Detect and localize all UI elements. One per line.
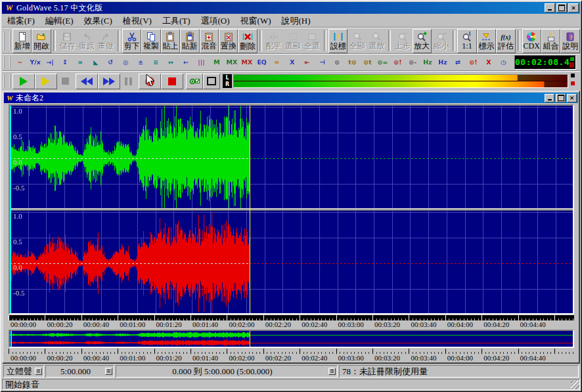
overview-selection-marker: [11, 331, 12, 347]
zoom-1-1-button[interactable]: 11:1: [457, 29, 476, 53]
monitor-button[interactable]: [203, 74, 220, 89]
rewind-button[interactable]: [76, 74, 98, 89]
left-channel-waveform[interactable]: [10, 106, 573, 208]
status-panel-menu-icon[interactable]: [328, 368, 336, 375]
pan-icon[interactable]: ↔: [164, 55, 179, 70]
copy-button[interactable]: 複製: [141, 29, 160, 53]
multiband-icon[interactable]: |||: [194, 55, 209, 70]
trim-silence-icon[interactable]: ⊣: [315, 55, 330, 70]
minimize-button[interactable]: [545, 3, 555, 12]
equalizer-icon[interactable]: EQ: [254, 55, 269, 70]
delete-button[interactable]: 刪除: [238, 29, 257, 53]
help-button[interactable]: ?說明: [560, 29, 579, 53]
doc-minimize-button[interactable]: [545, 94, 554, 102]
volume-icon[interactable]: ⊙: [330, 55, 345, 70]
waveform-view[interactable]: 1.00.50.0-0.5 1.00.50.0-0.5: [9, 104, 574, 315]
reverb-icon[interactable]: X: [284, 55, 300, 70]
channel-convert-icon[interactable]: ⇄: [451, 55, 466, 70]
window-title: GoldWave 5.17 中文化版: [16, 3, 545, 14]
status-panel-menu-icon[interactable]: [105, 368, 112, 375]
doc-close-button[interactable]: ×: [567, 94, 577, 102]
resample-icon[interactable]: Hz: [436, 55, 451, 70]
maximize-volume-icon[interactable]: ⊙!: [390, 55, 405, 70]
flange-icon[interactable]: ∞: [73, 55, 88, 70]
echo-icon[interactable]: →|: [43, 55, 58, 70]
overview-waveform[interactable]: [10, 331, 573, 347]
fade-in-icon[interactable]: t⊙: [345, 55, 360, 70]
time-axis[interactable]: 00:00:0000:00:2000:00:4000:01:0000:01:20…: [9, 315, 574, 329]
record-options-button[interactable]: [186, 74, 203, 89]
toolbar-separator: [388, 30, 391, 51]
set-marker-button[interactable]: ?設標: [328, 29, 347, 53]
fade-out-icon[interactable]: ⊙t: [360, 55, 375, 70]
toolbar-grip[interactable]: [3, 32, 11, 50]
record-level-icon[interactable]: ⊙!: [466, 55, 481, 70]
offset-icon[interactable]: ≡: [148, 55, 164, 70]
open-button[interactable]: 開啟: [32, 29, 51, 53]
play-selection-button[interactable]: [35, 74, 57, 89]
zoom-in-button[interactable]: 放大: [413, 29, 432, 53]
toolbar-separator: [453, 30, 455, 51]
selection-start-marker[interactable]: [10, 106, 11, 313]
status-length: 5:00.000: [46, 366, 105, 377]
cue-time-icon[interactable]: ◷: [496, 55, 511, 70]
record-button[interactable]: [139, 74, 161, 89]
prev-effect-icon[interactable]: ←: [179, 55, 194, 70]
menu-file[interactable]: 檔案(F): [2, 14, 40, 28]
toolbar-button-label: 說明: [562, 42, 578, 51]
marker-button[interactable]: 標示: [477, 29, 496, 53]
close-button[interactable]: ×: [568, 3, 579, 12]
combine-button[interactable]: ?組合: [541, 29, 560, 53]
dynamics-icon[interactable]: Y/x: [28, 55, 43, 70]
replace-button[interactable]: 置換: [219, 29, 238, 53]
voice-removal-icon[interactable]: X: [481, 55, 496, 70]
new-button[interactable]: 新增: [12, 29, 32, 53]
preset-remove-icon[interactable]: MX: [239, 55, 254, 70]
control-toolbar: LR: [2, 70, 580, 91]
preset-apply-icon[interactable]: MX: [224, 55, 239, 70]
menu-option[interactable]: 選項(O): [196, 14, 235, 28]
toolbar-grip[interactable]: [3, 74, 11, 89]
overview-strip[interactable]: [9, 330, 574, 348]
match-volume-icon[interactable]: ⊙=: [375, 55, 390, 70]
shape-volume-icon[interactable]: ⊙-: [405, 55, 420, 70]
menu-edit[interactable]: 編輯(E): [40, 14, 79, 28]
stop-record-button[interactable]: [161, 74, 183, 89]
invert-icon[interactable]: ↺: [103, 55, 118, 70]
help-book-icon: ?: [565, 32, 575, 42]
menu-help[interactable]: 說明(H): [276, 14, 315, 28]
right-channel-waveform[interactable]: [10, 211, 573, 313]
toolbar-grip[interactable]: [3, 56, 11, 68]
fade-icon[interactable]: ◣: [88, 55, 103, 70]
menu-tool[interactable]: 工具(T): [157, 14, 196, 28]
menu-view[interactable]: 檢視(V): [118, 14, 157, 28]
mechanize-icon[interactable]: ±: [133, 55, 148, 70]
batch-icon[interactable]: M: [209, 55, 224, 70]
menu-effect[interactable]: 效果(C): [79, 14, 118, 28]
cut-button[interactable]: 剪下: [122, 29, 141, 53]
pitch-icon[interactable]: ≈: [269, 55, 284, 70]
stop-red-icon: [168, 77, 176, 85]
cdx-button[interactable]: CDX: [522, 29, 541, 53]
magnifier-icon: [371, 32, 382, 42]
magnifier-back-icon: [397, 32, 408, 42]
mix-button[interactable]: 混音: [200, 29, 219, 53]
doppler-icon[interactable]: ~: [12, 55, 28, 70]
menu-window[interactable]: 視窗(W): [235, 14, 277, 28]
play-button[interactable]: [12, 74, 35, 89]
fast-forward-button[interactable]: [98, 74, 120, 89]
title-bar[interactable]: W GoldWave 5.17 中文化版 ×: [2, 2, 580, 14]
maximize-button[interactable]: [556, 3, 567, 12]
playback-rate-icon[interactable]: Hz: [420, 55, 436, 70]
evaluate-button[interactable]: f(x)評估: [496, 29, 515, 53]
doc-maximize-button[interactable]: [556, 94, 566, 102]
status-panel-menu-icon[interactable]: [35, 368, 42, 375]
sound-window-title-bar[interactable]: W 未命名2 ×: [4, 93, 578, 103]
paste-button[interactable]: 貼上: [161, 29, 180, 53]
silence-icon[interactable]: ⇤: [300, 55, 315, 70]
expander-icon[interactable]: ↕: [58, 55, 73, 70]
overview-time-axis[interactable]: 00:00:0000:00:2000:00:4000:01:0000:01:20…: [9, 349, 574, 362]
resize-grip[interactable]: [571, 381, 579, 389]
paste-new-button[interactable]: 貼新: [180, 29, 199, 53]
filter-icon[interactable]: ◎: [118, 55, 133, 70]
